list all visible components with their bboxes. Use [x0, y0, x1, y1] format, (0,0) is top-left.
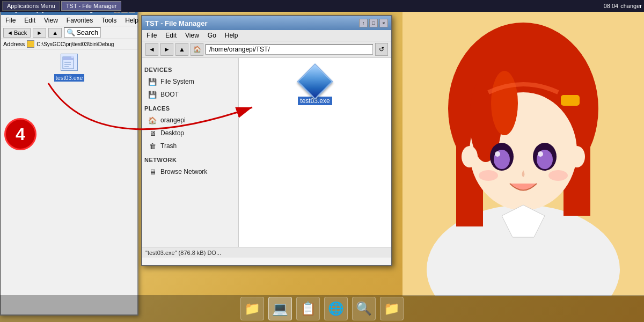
fm-menu-edit[interactable]: Edit	[164, 31, 178, 40]
search-toolbar[interactable]: 🔍 Search	[64, 27, 101, 38]
fm-title-bar: TST - File Manager ↑ □ ×	[142, 16, 391, 30]
back-arrow-icon: ◄	[7, 30, 13, 36]
fm-close-button[interactable]: ×	[379, 19, 388, 27]
time-display: 08:04	[604, 3, 619, 9]
menu-file[interactable]: File	[3, 16, 18, 25]
search-label: Search	[76, 28, 98, 36]
svg-point-7	[491, 71, 518, 135]
search-icon: 🔍	[67, 28, 75, 36]
fm-title: TST - File Manager	[145, 19, 208, 27]
fm-home-button[interactable]: 🏠	[191, 43, 203, 56]
fm-taskbar-tab[interactable]: TST - File Manager	[61, 1, 122, 11]
sidebar-item-boot[interactable]: 💾 BOOT	[144, 88, 236, 101]
fm-forward-button[interactable]: ►	[160, 43, 173, 56]
fm-title-controls: ↑ □ ×	[359, 19, 388, 27]
desktop-label: Desktop	[160, 129, 184, 137]
svg-point-19	[569, 146, 585, 167]
fm-menu-go[interactable]: Go	[207, 31, 217, 40]
desktop-icon: 🖥	[148, 128, 157, 138]
fm-refresh-button[interactable]: ↺	[375, 43, 388, 56]
orangepi-icon: 🏠	[148, 115, 157, 125]
menu-edit[interactable]: Edit	[22, 16, 38, 25]
network-section-label: NETWORK	[144, 157, 236, 163]
sidebar-item-filesystem[interactable]: 💾 File System	[144, 75, 236, 88]
boot-label: BOOT	[160, 91, 179, 98]
fm-file-item[interactable]: test03.exe	[298, 69, 332, 105]
dock-item-files[interactable]: 📁	[380, 297, 404, 320]
back-label: Back	[14, 30, 27, 36]
file-icon-win	[61, 54, 78, 71]
svg-point-13	[538, 151, 543, 157]
dock-item-clipboard[interactable]: 📋	[296, 297, 320, 320]
explorer-menu-bar: File Edit View Favorites Tools Help	[1, 15, 137, 26]
address-bar: Address C:\SysGCC\prj\test03\bin\Debug	[1, 39, 137, 49]
fm-file-icon	[302, 69, 328, 94]
explorer-content: test03.exe	[1, 49, 137, 86]
menu-help[interactable]: Help	[123, 16, 141, 25]
fm-menu-file[interactable]: File	[145, 31, 158, 40]
explorer-toolbar: ◄ Back ► ▲ 🔍 Search	[1, 26, 137, 39]
sidebar-item-orangepi[interactable]: 🏠 orangepi	[144, 114, 236, 127]
dock-item-terminal[interactable]: 💻	[268, 297, 292, 320]
sidebar-item-trash[interactable]: 🗑 Trash	[144, 140, 236, 152]
fm-status-text: "test03.exe" (876.8 kB) DO...	[145, 250, 221, 256]
menu-tools[interactable]: Tools	[99, 16, 119, 25]
taskbar-time: 08:04 changer	[604, 3, 642, 9]
file-manager-window: TST - File Manager ↑ □ × File Edit View …	[141, 15, 392, 266]
fm-toolbar: ◄ ► ▲ 🏠 /home/orangepi/TST/ ↺	[142, 41, 391, 58]
fm-main-area: DEVICES 💾 File System 💾 BOOT PLACES 🏠 or…	[142, 58, 391, 247]
svg-rect-17	[561, 95, 580, 106]
browse-network-label: Browse Network	[160, 168, 207, 175]
explorer-file-item[interactable]: test03.exe	[54, 54, 85, 82]
boot-icon: 💾	[148, 90, 157, 99]
menu-view[interactable]: View	[42, 16, 60, 25]
fm-address-field[interactable]: /home/orangepi/TST/	[206, 44, 373, 55]
applications-menu-button[interactable]: Applications Menu	[2, 1, 60, 11]
svg-point-14	[479, 170, 498, 181]
address-path[interactable]: C:\SysGCC\prj\test03\bin\Debug	[36, 41, 114, 47]
fm-sidebar: DEVICES 💾 File System 💾 BOOT PLACES 🏠 or…	[142, 58, 239, 247]
address-folder-icon	[27, 40, 34, 48]
trash-icon: 🗑	[148, 141, 157, 151]
sidebar-item-desktop[interactable]: 🖥 Desktop	[144, 127, 236, 140]
back-button[interactable]: ◄ Back	[3, 28, 31, 38]
up-button[interactable]: ▲	[48, 28, 62, 38]
taskbar-top-left: Applications Menu TST - File Manager	[2, 1, 121, 11]
devices-section-label: DEVICES	[144, 67, 236, 73]
fm-up-button[interactable]: ▲	[175, 43, 188, 56]
fm-status-bar: "test03.exe" (876.8 kB) DO...	[142, 247, 391, 258]
forward-arrow-icon: ►	[36, 30, 42, 36]
step-circle: 4	[4, 118, 36, 150]
trash-label: Trash	[160, 142, 177, 150]
filesystem-icon: 💾	[148, 77, 157, 86]
svg-point-15	[548, 170, 568, 181]
changer-label[interactable]: changer	[620, 3, 642, 9]
svg-rect-22	[71, 56, 74, 58]
dock-item-folder[interactable]: 📁	[240, 297, 264, 320]
dock-item-browser[interactable]: 🌐	[324, 297, 348, 320]
orangepi-label: orangepi	[160, 116, 186, 124]
fm-back-button[interactable]: ◄	[145, 43, 158, 56]
menu-favorites[interactable]: Favorites	[64, 16, 95, 25]
up-arrow-icon: ▲	[52, 30, 58, 36]
sidebar-item-browse-network[interactable]: 🖥 Browse Network	[144, 165, 236, 178]
places-section-label: PLACES	[144, 105, 236, 112]
fm-menu-help[interactable]: Help	[224, 31, 239, 40]
explorer-window: C:\SysGCC\prj\test03\bin\Debug _ □ × Fil…	[0, 4, 138, 316]
fm-maximize-button[interactable]: □	[369, 19, 378, 27]
dock-item-search[interactable]: 🔍	[352, 297, 376, 320]
network-icon: 🖥	[148, 167, 157, 177]
forward-button[interactable]: ►	[33, 28, 46, 38]
anime-character	[402, 12, 644, 296]
fm-content-area: test03.exe	[239, 58, 391, 247]
fm-menu-bar: File Edit View Go Help	[142, 30, 391, 41]
fm-address-bar: /home/orangepi/TST/ ↺	[206, 43, 388, 56]
svg-point-18	[462, 146, 478, 167]
address-label: Address	[3, 41, 25, 47]
fm-menu-view[interactable]: View	[184, 31, 200, 40]
explorer-file-label: test03.exe	[54, 74, 85, 82]
fm-minimize-button[interactable]: ↑	[359, 19, 368, 27]
taskbar-bottom: 📁 💻 📋 🌐 🔍 📁	[0, 295, 644, 322]
filesystem-label: File System	[160, 78, 194, 85]
diamond-exe-icon	[297, 63, 333, 100]
